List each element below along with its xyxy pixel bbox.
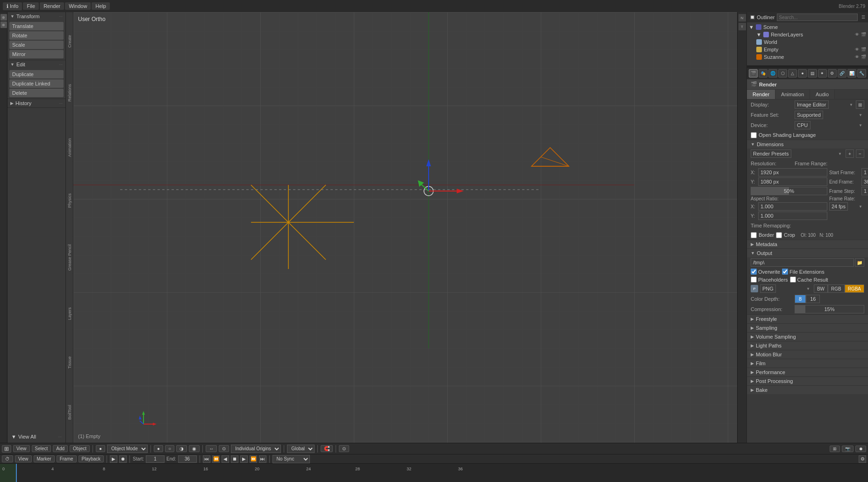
prop-icon-particles[interactable]: ✦ [818, 69, 827, 78]
object-mode-select[interactable]: Object Mode [107, 445, 148, 453]
presets-del-btn[interactable]: − [856, 149, 864, 158]
placeholders-checkbox[interactable] [751, 276, 757, 283]
anim-icon[interactable]: ▶ [110, 455, 117, 463]
select-menu-btn[interactable]: Select [32, 445, 51, 452]
info-menu[interactable]: ℹ Info [3, 2, 22, 10]
suzanne-render-btn[interactable]: 🎬 [861, 54, 866, 60]
post-processing-section[interactable]: ▶ Post Processing [747, 376, 868, 385]
sync-select[interactable]: No Sync [273, 455, 310, 463]
tab-audio[interactable]: Audio [810, 90, 835, 99]
bw-btn[interactable]: BW [814, 284, 828, 293]
render-presets-select[interactable]: Render Presets [751, 149, 791, 158]
help-menu[interactable]: Help [92, 2, 110, 10]
viewport-3d[interactable]: User Ortho [73, 12, 737, 443]
view-all-btn[interactable]: ▼ View All ··· [9, 432, 64, 441]
rl-render-btn[interactable]: 🎬 [861, 32, 866, 37]
prop-icon-material[interactable]: ● [798, 69, 807, 78]
prop-icon-mesh[interactable]: △ [788, 69, 797, 78]
delete-btn[interactable]: Delete [9, 89, 64, 97]
scale-btn[interactable]: Scale [9, 41, 64, 49]
dimensions-section[interactable]: ▼ Dimensions [747, 140, 868, 149]
rgba-btn[interactable]: RGBA [845, 284, 864, 293]
aspect-x-input[interactable] [758, 202, 827, 211]
viewport-shading-mat[interactable]: ◑ [176, 445, 187, 452]
prop-icon-world[interactable]: 🌐 [768, 69, 777, 78]
rs-btn-1[interactable]: N [739, 14, 746, 21]
tl-extra-btn[interactable]: ⚙ [859, 455, 866, 463]
prop-icon-scene[interactable]: 🎭 [759, 69, 768, 78]
viewport-shading-wire[interactable]: ○ [165, 445, 174, 452]
duplicate-linked-btn[interactable]: Duplicate Linked [9, 79, 64, 88]
timeline-ruler[interactable]: 0 4 8 12 16 20 24 28 32 36 [0, 464, 868, 482]
res-x-input[interactable] [758, 168, 827, 177]
viewport-mode-icon[interactable]: ⊞ [2, 445, 11, 453]
timeline-frame-btn[interactable]: Frame [57, 455, 77, 462]
empty-eye-btn[interactable]: 👁 [854, 47, 860, 52]
light-paths-section[interactable]: ▶ Light Paths [747, 341, 868, 350]
manipulator-btn[interactable]: ↔ [206, 445, 217, 452]
border-checkbox[interactable] [751, 232, 757, 238]
cache-result-checkbox[interactable] [790, 276, 796, 283]
prop-icon-physics[interactable]: ⚙ [828, 69, 837, 78]
timeline-start-input[interactable] [146, 455, 165, 463]
overwrite-checkbox[interactable] [751, 269, 757, 275]
outliner-item-empty[interactable]: Empty 👁 🎬 [749, 46, 866, 53]
outliner-item-scene[interactable]: ▼ Scene [749, 23, 866, 31]
transform-header[interactable]: ▼ Transform ··· [7, 12, 65, 21]
format-select[interactable]: PNG [760, 284, 776, 293]
output-path-input[interactable] [751, 258, 854, 267]
pivot-select[interactable]: Individual Origins [231, 445, 281, 453]
window-menu[interactable]: Window [65, 2, 91, 10]
performance-section[interactable]: ▶ Performance [747, 368, 868, 376]
tab-render[interactable]: Render [747, 90, 775, 99]
play-btn[interactable]: ▶ [240, 455, 248, 463]
feature-set-select[interactable]: Supported [795, 111, 823, 119]
depth-16-btn[interactable]: 16 [806, 295, 820, 303]
prop-icon-render[interactable]: 🎬 [749, 69, 758, 78]
empty-render-btn[interactable]: 🎬 [861, 47, 866, 52]
prop-icon-constraints[interactable]: 🔗 [838, 69, 846, 78]
render-btn[interactable]: 📷 [842, 446, 854, 452]
proportional-btn[interactable]: ⊙ [339, 445, 349, 452]
viewport-shading-render[interactable]: ◉ [189, 445, 200, 452]
device-select[interactable]: CPU [795, 121, 811, 129]
stop-btn[interactable]: ⏹ [231, 455, 238, 463]
presets-add-btn[interactable]: + [846, 149, 854, 158]
outliner-item-world[interactable]: World [749, 38, 866, 46]
rotate-btn[interactable]: Rotate [9, 31, 64, 40]
step-back-btn[interactable]: ⏪ [212, 455, 220, 463]
history-header[interactable]: ▶ History ··· [7, 99, 65, 107]
output-section[interactable]: ▼ Output [747, 248, 868, 257]
outliner-item-renderlayers[interactable]: ▼ RenderLayers 👁 🎬 [749, 31, 866, 38]
resolution-percent-bar[interactable]: 50% [751, 187, 827, 195]
frame-step-input[interactable] [861, 187, 868, 195]
depth-8-btn[interactable]: 8 [795, 295, 806, 303]
tab-animation[interactable]: Animation [775, 90, 810, 99]
pivot-btn[interactable]: ⊙ [219, 445, 229, 452]
step-fwd-btn[interactable]: ⏩ [250, 455, 257, 463]
output-file-btn[interactable]: 📁 [855, 258, 864, 267]
mode-icon-2[interactable]: ⊗ [0, 21, 7, 28]
view-menu-btn[interactable]: View [13, 445, 30, 452]
transform-orientation-select[interactable]: Global [287, 445, 315, 453]
outliner-search-input[interactable] [777, 14, 858, 21]
translate-btn[interactable]: Translate [9, 22, 64, 30]
play-back-btn[interactable]: ◀ [222, 455, 229, 463]
timeline-view-btn[interactable]: View [15, 455, 32, 462]
display-extra-btn[interactable]: ⊞ [856, 100, 864, 109]
display-select[interactable]: Image Editor [795, 100, 829, 109]
jump-start-btn[interactable]: ⏮ [203, 455, 210, 463]
record-btn[interactable]: ⏺ [855, 446, 866, 452]
freestyle-section[interactable]: ▶ Freestyle [747, 314, 868, 323]
film-section[interactable]: ▶ Film [747, 359, 868, 368]
framerate-select[interactable]: 24 fps [829, 202, 848, 211]
prop-icon-object[interactable]: ⬡ [778, 69, 787, 78]
prop-icon-texture[interactable]: ▤ [808, 69, 817, 78]
prop-icon-modifiers[interactable]: 🔧 [857, 69, 866, 78]
suzanne-eye-btn[interactable]: 👁 [854, 54, 860, 60]
start-frame-input[interactable] [861, 168, 868, 177]
metadata-section[interactable]: ▶ Metadata [747, 240, 868, 248]
aspect-y-input[interactable] [758, 212, 827, 220]
layers-btn[interactable]: ⊞ [830, 446, 840, 452]
prop-icon-data[interactable]: 📊 [847, 69, 856, 78]
